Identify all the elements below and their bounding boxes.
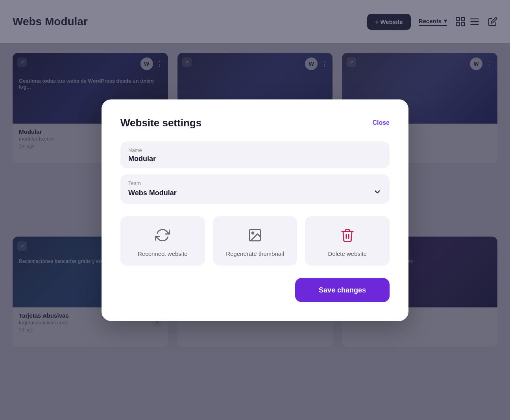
team-value: Webs Modular: [128, 189, 177, 197]
team-label: Team: [128, 180, 382, 186]
save-section: Save changes: [120, 278, 390, 302]
modal-header: Website settings Close: [120, 117, 390, 129]
name-field[interactable]: Name Modular: [120, 141, 390, 168]
team-field[interactable]: Team Webs Modular: [120, 174, 390, 204]
reconnect-icon: [155, 227, 170, 243]
reconnect-label: Reconnect website: [138, 249, 188, 257]
delete-website-button[interactable]: Delete website: [305, 216, 390, 265]
team-row: Webs Modular: [128, 187, 382, 198]
action-buttons-group: Reconnect website Regenerate thumbnail: [120, 216, 390, 265]
website-settings-modal: Website settings Close Name Modular Team…: [102, 99, 408, 321]
name-value: Modular: [128, 154, 382, 163]
reconnect-website-button[interactable]: Reconnect website: [120, 216, 205, 265]
close-button[interactable]: Close: [372, 119, 390, 126]
regenerate-icon: [247, 227, 263, 243]
chevron-down-icon: [373, 187, 382, 198]
save-changes-button[interactable]: Save changes: [295, 278, 390, 302]
svg-point-8: [252, 232, 254, 234]
modal-title: Website settings: [120, 117, 201, 129]
delete-icon: [340, 227, 355, 243]
regenerate-label: Regenerate thumbnail: [226, 249, 284, 257]
regenerate-thumbnail-button[interactable]: Regenerate thumbnail: [213, 216, 298, 265]
delete-label: Delete website: [328, 249, 366, 257]
name-label: Name: [128, 147, 382, 153]
